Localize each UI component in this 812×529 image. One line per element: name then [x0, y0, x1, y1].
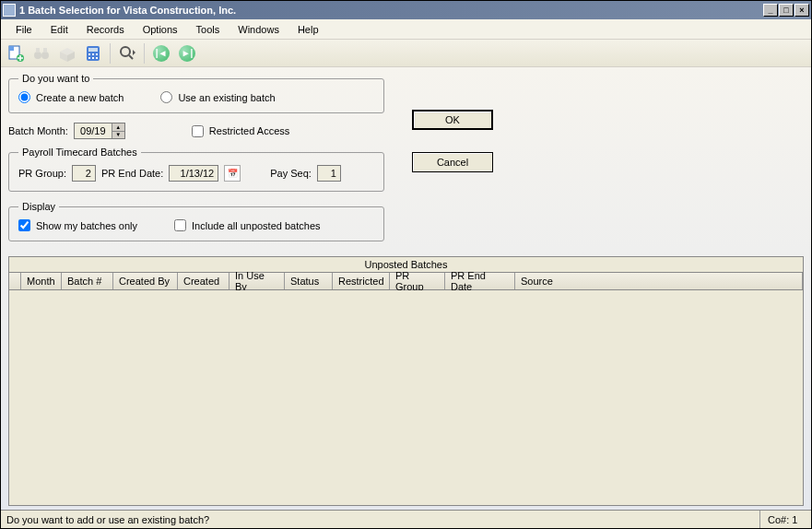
col-batch-num[interactable]: Batch # [62, 273, 113, 289]
svg-rect-11 [88, 57, 90, 59]
grid-header: Month Batch # Created By Created In Use … [9, 273, 803, 290]
window-controls: _ □ × [762, 4, 809, 17]
search-dropdown-icon[interactable] [116, 42, 138, 65]
menu-tools[interactable]: Tools [187, 21, 229, 38]
statusbar-message: Do you want to add or use an existing ba… [6, 514, 209, 525]
menu-options[interactable]: Options [134, 21, 187, 38]
pr-group-label: PR Group: [18, 168, 66, 179]
pr-end-date-input[interactable] [169, 165, 218, 182]
open-box-icon [56, 42, 78, 65]
pr-end-date-label: PR End Date: [101, 168, 163, 179]
menubar: File Edit Records Options Tools Windows … [1, 19, 811, 40]
svg-point-2 [34, 52, 41, 59]
form-right-column: OK Cancel [412, 73, 493, 251]
close-button[interactable]: × [794, 4, 809, 17]
show-my-batches-label[interactable]: Show my batches only [18, 219, 137, 231]
toolbar-separator [110, 43, 111, 64]
menu-edit[interactable]: Edit [41, 21, 77, 38]
new-record-icon[interactable] [5, 42, 27, 65]
create-batch-text: Create a new batch [36, 92, 124, 103]
batch-month-up[interactable]: ▲ [112, 123, 124, 132]
svg-rect-13 [96, 57, 98, 59]
unposted-batches-grid: Unposted Batches Month Batch # Created B… [8, 256, 804, 506]
titlebar: 1 Batch Selection for Vista Construction… [1, 1, 811, 19]
do-you-want-to-group: Do you want to Create a new batch Use an… [8, 73, 384, 113]
svg-point-14 [121, 47, 130, 56]
use-existing-radio[interactable] [160, 91, 172, 103]
col-in-use-by[interactable]: In Use By [229, 273, 285, 289]
toolbar: |◄ ►| [1, 40, 811, 67]
form-area: Do you want to Create a new batch Use an… [8, 73, 804, 251]
nav-last-icon[interactable]: ►| [176, 42, 198, 65]
batch-month-label: Batch Month: [8, 125, 68, 136]
svg-rect-9 [92, 53, 94, 55]
grid-row-selector-col[interactable] [9, 273, 21, 289]
restricted-access-checkbox[interactable] [192, 125, 204, 137]
toolbar-separator-2 [144, 43, 145, 64]
app-icon [3, 4, 16, 17]
display-legend: Display [18, 201, 59, 212]
pay-seq-input[interactable] [317, 165, 341, 182]
do-you-want-to-legend: Do you want to [18, 73, 93, 84]
form-left-column: Do you want to Create a new batch Use an… [8, 73, 384, 251]
pr-group-input[interactable] [72, 165, 96, 182]
maximize-button[interactable]: □ [779, 4, 794, 17]
payroll-legend: Payroll Timecard Batches [18, 147, 141, 158]
window-title: 1 Batch Selection for Vista Construction… [19, 5, 762, 16]
menu-records[interactable]: Records [77, 21, 134, 38]
statusbar: Do you want to add or use an existing ba… [1, 510, 811, 528]
svg-rect-4 [36, 48, 40, 53]
restricted-access-label[interactable]: Restricted Access [192, 125, 289, 137]
pay-seq-label: Pay Seq: [270, 168, 312, 179]
batch-month-spinner[interactable]: ▲ ▼ [74, 123, 125, 139]
display-group: Display Show my batches only Include all… [8, 201, 384, 241]
show-my-batches-text: Show my batches only [36, 220, 137, 231]
col-pr-end-date[interactable]: PR End Date [445, 273, 515, 289]
create-batch-radio-label[interactable]: Create a new batch [18, 91, 124, 103]
batch-month-row: Batch Month: ▲ ▼ Restricted Access [8, 123, 384, 139]
nav-first-icon[interactable]: |◄ [150, 42, 172, 65]
use-existing-radio-label[interactable]: Use an existing batch [160, 91, 275, 103]
restricted-access-text: Restricted Access [209, 125, 289, 136]
include-all-checkbox[interactable] [174, 219, 186, 231]
use-existing-text: Use an existing batch [178, 92, 275, 103]
col-pr-group[interactable]: PR Group [390, 273, 445, 289]
ok-button[interactable]: OK [412, 110, 493, 130]
svg-point-3 [41, 52, 49, 59]
col-status[interactable]: Status [285, 273, 333, 289]
statusbar-company: Co#: 1 [759, 511, 806, 528]
col-restricted[interactable]: Restricted [333, 273, 390, 289]
minimize-button[interactable]: _ [763, 4, 778, 17]
col-created[interactable]: Created [178, 273, 229, 289]
menu-file[interactable]: File [6, 21, 41, 38]
show-my-batches-checkbox[interactable] [18, 219, 30, 231]
col-source[interactable]: Source [515, 273, 803, 289]
binoculars-icon [30, 42, 53, 65]
include-all-label[interactable]: Include all unposted batches [174, 219, 320, 231]
svg-rect-12 [92, 57, 94, 59]
batch-month-input[interactable] [75, 123, 112, 138]
batch-month-down[interactable]: ▼ [112, 132, 124, 139]
app-window: 1 Batch Selection for Vista Construction… [0, 0, 812, 529]
calendar-icon[interactable]: 📅 [224, 165, 241, 182]
col-created-by[interactable]: Created By [113, 273, 178, 289]
payroll-group: Payroll Timecard Batches PR Group: PR En… [8, 147, 384, 192]
cancel-button[interactable]: Cancel [412, 152, 493, 172]
col-month[interactable]: Month [21, 273, 62, 289]
calculator-icon[interactable] [82, 42, 104, 65]
include-all-text: Include all unposted batches [192, 220, 320, 231]
create-batch-radio[interactable] [18, 91, 30, 103]
menu-help[interactable]: Help [288, 21, 328, 38]
menu-windows[interactable]: Windows [229, 21, 288, 38]
grid-body[interactable] [9, 290, 803, 505]
svg-rect-10 [96, 53, 98, 55]
svg-rect-8 [88, 53, 90, 55]
svg-rect-7 [88, 48, 98, 52]
svg-rect-5 [43, 48, 47, 53]
content-area: Do you want to Create a new batch Use an… [1, 67, 811, 510]
